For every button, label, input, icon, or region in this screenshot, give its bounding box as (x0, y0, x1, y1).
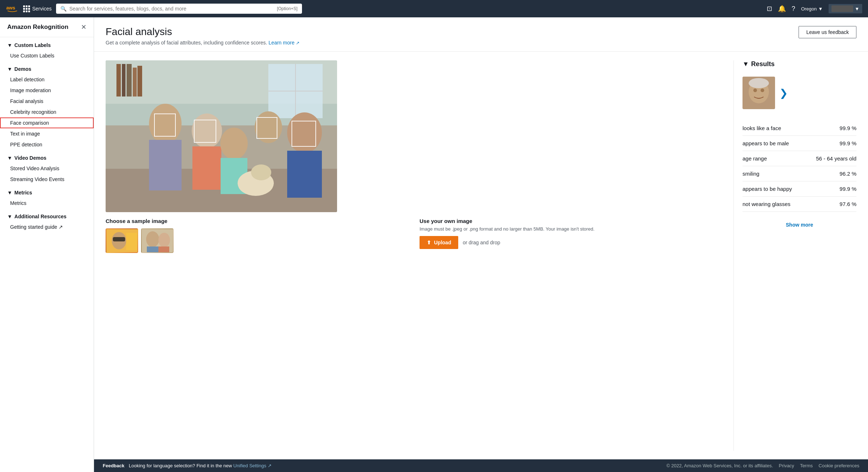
svg-rect-4 (122, 64, 125, 96)
image-section: Choose a sample image (106, 60, 725, 451)
page-title: Facial analysis (106, 26, 299, 38)
result-label-male: appears to be male (743, 140, 789, 146)
cookie-prefs-link[interactable]: Cookie preferences (818, 463, 859, 468)
svg-rect-14 (149, 140, 182, 190)
upload-area: ⬆ Upload or drag and drop (420, 236, 725, 249)
bottom-feedback-link[interactable]: Feedback (103, 463, 124, 468)
sidebar-item-celebrity-recognition[interactable]: Celebrity recognition (0, 107, 94, 117)
result-label-face: looks like a face (743, 125, 781, 131)
sidebar-item-getting-started[interactable]: Getting started guide ↗ (0, 222, 94, 232)
sidebar-item-use-custom-labels[interactable]: Use Custom Labels (0, 50, 94, 61)
upload-label: Upload (434, 240, 451, 245)
help-icon[interactable]: ? (792, 5, 795, 13)
svg-rect-30 (113, 237, 125, 241)
result-value-age: 56 - 64 years old (816, 155, 856, 162)
aws-logo[interactable]: aws (6, 2, 19, 15)
bottom-bar-right: © 2022, Amazon Web Services, Inc. or its… (667, 463, 859, 468)
result-value-male: 99.9 % (839, 140, 856, 146)
svg-rect-31 (126, 233, 137, 250)
svg-point-17 (220, 128, 248, 159)
services-label: Services (32, 6, 52, 12)
svg-rect-5 (127, 64, 132, 96)
sidebar-item-ppe-detection[interactable]: PPE detection (0, 139, 94, 150)
bottom-bar: Feedback Looking for language selection?… (94, 459, 868, 472)
svg-point-23 (251, 164, 271, 180)
svg-point-33 (146, 231, 159, 247)
sidebar-item-face-comparison[interactable]: Face comparison (0, 117, 94, 128)
section-label: Metrics (14, 190, 32, 196)
chevron-down-icon: ▼ (7, 190, 12, 196)
terms-link[interactable]: Terms (800, 463, 813, 468)
sidebar-item-facial-analysis[interactable]: Facial analysis (0, 96, 94, 107)
search-bar[interactable]: 🔍 [Option+S] (56, 4, 302, 14)
region-arrow-icon: ▼ (818, 6, 823, 12)
demo-image-container (106, 60, 337, 212)
svg-point-35 (158, 233, 170, 247)
sidebar-item-image-moderation[interactable]: Image moderation (0, 85, 94, 96)
privacy-link[interactable]: Privacy (779, 463, 794, 468)
learn-more-link[interactable]: Learn more ↗ (269, 40, 299, 46)
face-next-arrow[interactable]: ❯ (779, 87, 788, 99)
page-subtitle: Get a complete analysis of facial attrib… (106, 40, 299, 46)
svg-rect-34 (147, 246, 158, 253)
terminal-icon[interactable]: ⊡ (767, 5, 772, 13)
face-navigation: ❯ (743, 77, 856, 109)
account-menu[interactable]: ▼ (829, 4, 862, 13)
chevron-down-icon: ▼ (7, 66, 12, 72)
upload-button[interactable]: ⬆ Upload (420, 236, 458, 249)
use-own-section: Use your own image Image must be .jpeg o… (420, 218, 725, 249)
sidebar-item-streaming-video[interactable]: Streaming Video Events (0, 174, 94, 185)
result-row-face: looks like a face 99.9 % (743, 121, 856, 136)
svg-point-40 (761, 89, 764, 92)
result-rows: looks like a face 99.9 % appears to be m… (743, 121, 856, 212)
svg-rect-16 (192, 146, 221, 190)
chevron-down-icon: ▼ (7, 214, 12, 219)
sidebar-item-label-detection[interactable]: Label detection (0, 74, 94, 85)
chevron-down-icon: ▼ (7, 155, 12, 161)
sidebar-item-stored-video[interactable]: Stored Video Analysis (0, 163, 94, 174)
svg-rect-3 (116, 64, 121, 96)
sample-thumb-1[interactable] (106, 228, 138, 253)
choose-sample-section: Choose a sample image (106, 218, 411, 253)
choose-images-area: Choose a sample image (106, 218, 725, 253)
svg-rect-36 (158, 246, 169, 253)
results-arrow-icon: ▼ (743, 60, 749, 68)
svg-point-20 (287, 112, 322, 153)
sidebar-section-video-demos[interactable]: ▼ Video Demos (0, 150, 94, 163)
sidebar-section-demos[interactable]: ▼ Demos (0, 61, 94, 74)
bottom-bar-left: Feedback Looking for language selection?… (103, 463, 272, 468)
svg-point-13 (149, 104, 182, 143)
external-link-icon: ↗ (296, 40, 299, 46)
use-own-desc: Image must be .jpeg or .png format and n… (420, 226, 725, 232)
sidebar-item-text-in-image[interactable]: Text in image (0, 128, 94, 139)
unified-settings-link[interactable]: Unified Settings ↗ (233, 463, 272, 468)
upload-icon: ⬆ (427, 240, 431, 245)
sidebar-close-button[interactable]: ✕ (81, 23, 86, 31)
grid-icon (23, 5, 30, 12)
region-selector[interactable]: Oregon ▼ (801, 6, 823, 12)
app-layout: Amazon Rekognition ✕ ▼ Custom Labels Use… (0, 17, 868, 472)
sidebar-section-metrics[interactable]: ▼ Metrics (0, 185, 94, 198)
search-shortcut: [Option+S] (277, 6, 298, 11)
search-input[interactable] (69, 6, 274, 12)
bottom-bar-message: Looking for language selection? Find it … (129, 463, 272, 468)
sidebar-section-additional-resources[interactable]: ▼ Additional Resources (0, 209, 94, 222)
services-button[interactable]: Services (23, 5, 52, 12)
result-label-smiling: smiling (743, 171, 760, 177)
svg-point-39 (753, 89, 757, 92)
sidebar-section-custom-labels[interactable]: ▼ Custom Labels (0, 37, 94, 50)
svg-rect-7 (137, 66, 142, 96)
subtitle-text: Get a complete analysis of facial attrib… (106, 40, 267, 46)
section-label: Video Demos (14, 155, 46, 161)
result-row-male: appears to be male 99.9 % (743, 136, 856, 151)
selected-face-thumbnail[interactable] (743, 77, 775, 109)
sidebar-item-metrics[interactable]: Metrics (0, 198, 94, 209)
bell-icon[interactable]: 🔔 (778, 5, 786, 13)
sidebar-title: Amazon Rekognition (7, 23, 68, 31)
section-label: Demos (14, 66, 31, 72)
sample-thumb-2[interactable] (141, 228, 174, 253)
feedback-button[interactable]: Leave us feedback (799, 26, 856, 38)
content-area: Choose a sample image (94, 52, 868, 459)
page-header-left: Facial analysis Get a complete analysis … (106, 26, 299, 46)
show-more-button[interactable]: Show more (743, 218, 856, 232)
